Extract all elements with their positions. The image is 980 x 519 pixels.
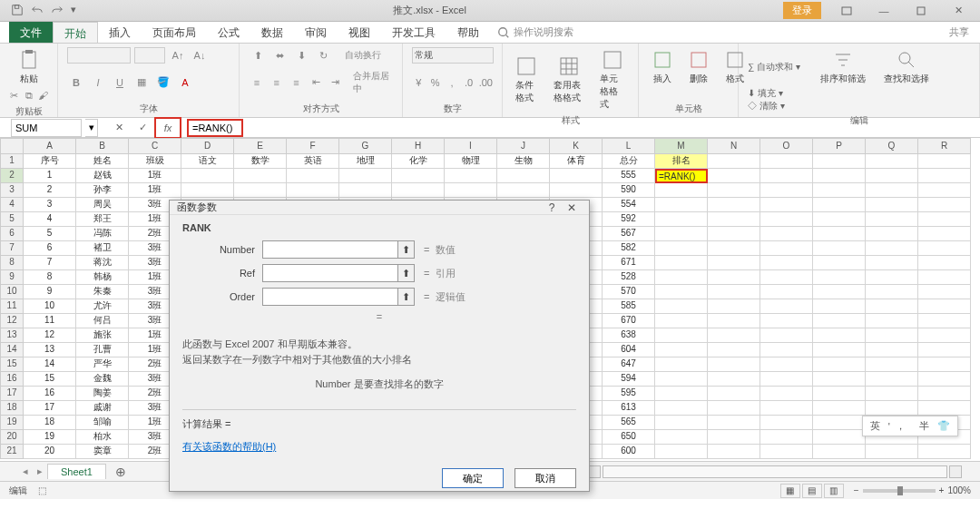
col-header[interactable]: K [550, 138, 603, 154]
row-header[interactable]: 15 [0, 357, 24, 372]
cell[interactable] [655, 270, 708, 285]
col-header[interactable]: P [813, 138, 866, 154]
page-layout-view-icon[interactable]: ▤ [802, 484, 822, 498]
row-header[interactable]: 20 [0, 430, 24, 445]
cell[interactable] [760, 270, 813, 285]
cell[interactable]: 17 [24, 401, 76, 416]
cell-styles-button[interactable]: 单元格格式 [596, 47, 629, 113]
cell[interactable] [813, 314, 866, 328]
cell[interactable] [181, 183, 234, 198]
cell[interactable] [445, 169, 497, 183]
cell[interactable] [866, 256, 918, 270]
header-cell[interactable] [708, 154, 760, 169]
cell[interactable]: =RANK() [655, 169, 708, 183]
format-painter-icon[interactable]: 🖌 [37, 87, 48, 103]
col-header[interactable]: G [339, 138, 392, 154]
tab-file[interactable]: 文件 [9, 22, 53, 43]
header-cell[interactable]: 地理 [339, 154, 392, 169]
cell[interactable] [760, 241, 813, 256]
cell[interactable]: 2 [24, 183, 76, 198]
cell[interactable]: 蒋沈 [76, 256, 129, 270]
cell[interactable] [918, 227, 971, 241]
cell[interactable] [866, 299, 918, 314]
cell[interactable] [655, 387, 708, 401]
row-header[interactable]: 16 [0, 372, 24, 387]
cell[interactable]: 570 [603, 285, 655, 299]
cell[interactable]: 600 [603, 445, 655, 459]
sheet-nav-prev-icon[interactable]: ◂ [18, 465, 33, 477]
cell[interactable] [760, 343, 813, 357]
cell[interactable] [708, 285, 760, 299]
cell[interactable]: 15 [24, 372, 76, 387]
row-header[interactable]: 8 [0, 256, 24, 270]
function-help-link[interactable]: 有关该函数的帮助(H) [182, 441, 276, 452]
cell[interactable] [813, 241, 866, 256]
normal-view-icon[interactable]: ▦ [780, 484, 800, 498]
cell[interactable] [760, 445, 813, 459]
cell[interactable]: 周吴 [76, 198, 129, 212]
cell[interactable] [760, 212, 813, 227]
cell[interactable] [550, 183, 603, 198]
login-button[interactable]: 登录 [783, 2, 821, 19]
col-header[interactable]: L [603, 138, 655, 154]
cell[interactable] [918, 387, 971, 401]
cell[interactable] [866, 343, 918, 357]
cell[interactable] [708, 198, 760, 212]
cell[interactable]: 孔曹 [76, 343, 129, 357]
cell[interactable]: 650 [603, 430, 655, 445]
cell[interactable] [708, 401, 760, 416]
cell[interactable] [813, 357, 866, 372]
align-right-icon[interactable]: ≡ [288, 74, 304, 91]
paste-button[interactable]: 粘贴 [9, 47, 48, 87]
merge-center-button[interactable]: 合并后居中 [353, 70, 393, 95]
cell[interactable] [866, 270, 918, 285]
cell[interactable] [655, 299, 708, 314]
arg-ref-input[interactable] [262, 264, 398, 282]
row-header[interactable]: 14 [0, 343, 24, 357]
cell[interactable] [813, 256, 866, 270]
header-cell[interactable]: 物理 [445, 154, 497, 169]
cell[interactable]: 528 [603, 270, 655, 285]
cell[interactable] [866, 198, 918, 212]
cell[interactable]: 554 [603, 198, 655, 212]
cell[interactable]: 陶姜 [76, 387, 129, 401]
row-header[interactable]: 17 [0, 387, 24, 401]
cell[interactable] [918, 285, 971, 299]
col-header[interactable]: E [234, 138, 287, 154]
cell[interactable] [708, 169, 760, 183]
cell[interactable] [708, 430, 760, 445]
cell[interactable] [918, 328, 971, 343]
comma-icon[interactable]: , [446, 74, 458, 91]
cell[interactable]: 柏水 [76, 430, 129, 445]
cell[interactable]: 朱秦 [76, 285, 129, 299]
row-header[interactable]: 1 [0, 154, 24, 169]
cell[interactable] [497, 183, 550, 198]
cell[interactable]: 14 [24, 357, 76, 372]
copy-icon[interactable]: ⧉ [24, 87, 34, 103]
cell[interactable]: 582 [603, 241, 655, 256]
arg-ref-ref-icon[interactable]: ⬆ [398, 264, 415, 282]
cell[interactable] [918, 372, 971, 387]
cell[interactable]: 7 [24, 256, 76, 270]
italic-button[interactable]: I [89, 74, 107, 91]
row-header[interactable]: 13 [0, 328, 24, 343]
header-cell[interactable]: 姓名 [76, 154, 129, 169]
cell[interactable]: 565 [603, 416, 655, 430]
col-header[interactable]: D [181, 138, 234, 154]
cell[interactable] [760, 198, 813, 212]
cell[interactable] [760, 169, 813, 183]
wrap-text-button[interactable]: 自动换行 [345, 49, 381, 62]
cell[interactable] [866, 212, 918, 227]
cell[interactable] [708, 357, 760, 372]
cell[interactable]: 1 [24, 169, 76, 183]
cell[interactable] [708, 212, 760, 227]
cell[interactable] [866, 183, 918, 198]
col-header[interactable]: A [24, 138, 76, 154]
font-color-icon[interactable]: A [176, 74, 194, 91]
cell[interactable] [760, 372, 813, 387]
cell[interactable] [708, 299, 760, 314]
ime-indicator[interactable]: 英 '， 半 👕 [862, 416, 958, 436]
col-header[interactable]: B [76, 138, 129, 154]
currency-icon[interactable]: ¥ [412, 74, 425, 91]
insert-function-icon[interactable]: fx [160, 119, 176, 137]
